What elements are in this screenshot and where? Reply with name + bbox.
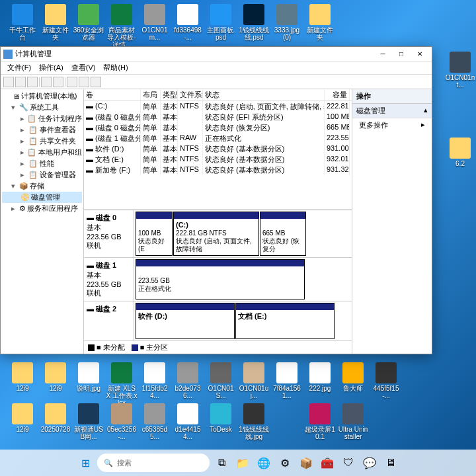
task-view-button[interactable]: ⧉ [212, 454, 231, 472]
navigation-tree: 🖥 计算机管理(本地) ▾🔧 系统工具 ▸📋 任务计划程序▸📋 事件查看器▸📋 … [1, 89, 84, 354]
volume-row[interactable]: ▬ (C:)简单基本NTFS状态良好 (启动, 页面文件, 故障转储, 基本数据… [84, 101, 352, 112]
desktop-icon[interactable]: 新建文件夹 [304, 4, 336, 41]
desktop-icon[interactable]: 1钱线线线线.psd [238, 4, 270, 41]
pinned-app-icon[interactable]: 💬 [360, 454, 379, 472]
desktop-icon[interactable]: 7f84a1561... [271, 362, 303, 399]
desktop-icon[interactable]: 05ec3256-... [106, 403, 138, 440]
computer-management-window: 计算机管理 ─ □ ✕ 文件(F) 操作(A) 查看(V) 帮助(H) 🖥 计算… [0, 46, 432, 354]
menu-file[interactable]: 文件(F) [3, 61, 35, 74]
desktop-icon[interactable]: 1f15fdb24... [139, 362, 171, 399]
volume-row[interactable]: ▬ 文档 (E:)简单基本NTFS状态良好 (基本数据分区)932.01 [84, 154, 352, 165]
desktop-icon[interactable]: Ultra Uninstaller [337, 403, 369, 440]
desktop-icon[interactable]: 360安全浏览器 [73, 4, 104, 41]
volume-row[interactable]: ▬ (磁盘 0 磁盘分区 1)简单基本状态良好 (EFI 系统分区)100 MB [84, 112, 352, 122]
desktop-icon[interactable]: 新建文件夹 [40, 4, 71, 41]
desktop-icon[interactable]: ToDesk [205, 403, 237, 433]
minimize-button[interactable]: ─ [374, 48, 392, 60]
tree-item[interactable]: ▸📋 设备管理器 [2, 169, 82, 180]
main-panel: 卷布局 类型文件系统 状态容量 ▬ (C:)简单基本NTFS状态良好 (启动, … [84, 89, 352, 354]
desktop-icon[interactable]: fd336498-... [172, 4, 204, 41]
menu-action[interactable]: 操作(A) [35, 61, 67, 74]
more-actions[interactable]: 更多操作▸ [352, 118, 432, 132]
help-button[interactable] [67, 77, 77, 87]
partition[interactable]: 665 MB状态良好 (恢复分 [260, 212, 306, 256]
partition[interactable]: 100 MB状态良好 (E [136, 212, 173, 256]
volume-row[interactable]: ▬ 新加卷 (F:)简单基本NTFS状态良好 (基本数据分区)931.32 [84, 165, 352, 175]
tree-item[interactable]: ▸📋 性能 [2, 158, 82, 169]
desktop-icon[interactable]: 6.2 [444, 138, 476, 167]
disk-info[interactable]: ▬ 磁盘 2 [84, 301, 134, 340]
menu-help[interactable]: 帮助(H) [99, 61, 132, 74]
properties-button[interactable] [53, 77, 63, 87]
taskbar: ⊞ 🔍 搜索 ⧉ 📁 🌐 ⚙ 📦 🧰 🛡 💬 🖥 [0, 450, 476, 476]
desktop-icon[interactable]: 20250728 [40, 403, 71, 433]
desktop-icon[interactable]: b2de0736... [172, 362, 204, 399]
disk-info[interactable]: ▬ 磁盘 1基本223.55 GB联机 [84, 258, 134, 301]
disk-row: ▬ 磁盘 1基本223.55 GB联机223.55 GB正在格式化 [84, 258, 352, 301]
start-button[interactable]: ⊞ [76, 454, 95, 472]
desktop-icon[interactable]: 商品素材导入模板-详情... [106, 4, 138, 48]
volume-header: 卷布局 类型文件系统 状态容量 [84, 89, 352, 101]
pinned-app-icon[interactable]: 🧰 [318, 454, 337, 472]
desktop-icon[interactable]: 鲁大师 [337, 362, 369, 392]
actions-panel: 操作 磁盘管理▴ 更多操作▸ [352, 89, 432, 354]
close-button[interactable]: ✕ [411, 48, 429, 60]
view-top-button[interactable] [79, 77, 89, 87]
disk-info[interactable]: ▬ 磁盘 0基本223.56 GB联机 [84, 210, 134, 257]
desktop-icon[interactable]: 新视通USB网... [73, 403, 104, 440]
partition[interactable]: 文档 (E:) [235, 303, 335, 339]
tree-storage[interactable]: ▾📦 存储 [2, 180, 82, 192]
desktop-icon[interactable]: 222.jpg [304, 362, 336, 392]
tree-item[interactable]: ▸📋 事件查看器 [2, 124, 82, 136]
volume-row[interactable]: ▬ 软件 (D:)简单基本NTFS状态良好 (基本数据分区)931.00 [84, 143, 352, 154]
settings-icon[interactable]: ⚙ [276, 454, 294, 472]
desktop-icon[interactable]: 超级录屏10.1 [304, 403, 336, 440]
desktop-icon[interactable]: O1CN01m... [139, 4, 171, 41]
desktop-icon[interactable]: d1e44154... [172, 403, 204, 440]
toolbar [1, 75, 432, 89]
volume-row[interactable]: ▬ (磁盘 0 磁盘分区 4)简单基本状态良好 (恢复分区)665 MB [84, 122, 352, 133]
back-button[interactable] [3, 77, 14, 87]
partition[interactable]: (C:)222.81 GB NTFS状态良好 (启动, 页面文件, 故障转储 [173, 212, 259, 256]
tree-item[interactable]: ▸📋 本地用户和组 [2, 147, 82, 158]
taskbar-search[interactable]: 🔍 搜索 [97, 454, 210, 472]
desktop-icon[interactable]: c65385d5... [139, 403, 171, 440]
desktop-icon[interactable]: 新建 XLSX 工作表.xlsx [106, 362, 138, 407]
tree-root[interactable]: 🖥 计算机管理(本地) [2, 91, 82, 102]
desktop-icon[interactable]: O1CN01nt... [444, 52, 476, 89]
disk-map: ▬ 磁盘 0基本223.56 GB联机100 MB状态良好 (E(C:)222.… [84, 210, 352, 341]
desktop-icon[interactable]: 千牛工作台 [7, 4, 38, 41]
maximize-button[interactable]: □ [392, 48, 411, 60]
desktop-icon[interactable]: 主图画板.psd [205, 4, 237, 41]
edge-icon[interactable]: 🌐 [255, 454, 273, 472]
tree-services[interactable]: ▸⚙ 服务和应用程序 [2, 203, 82, 214]
menubar: 文件(F) 操作(A) 查看(V) 帮助(H) [1, 61, 432, 75]
partition[interactable]: 软件 (D:) [136, 303, 235, 339]
pinned-app-icon[interactable]: 🛡 [339, 454, 358, 472]
desktop-icon[interactable]: 12i9 [7, 403, 38, 433]
desktop-icon[interactable]: O1CN01uj... [238, 362, 270, 399]
tree-disk-management[interactable]: 📀 磁盘管理 [2, 192, 82, 203]
tree-system-tools[interactable]: ▾🔧 系统工具 [2, 102, 82, 113]
desktop-icon[interactable]: 1钱线线线线.jpg [238, 403, 270, 440]
refresh-button[interactable] [41, 77, 52, 87]
tree-item[interactable]: ▸📋 共享文件夹 [2, 136, 82, 147]
pinned-app-icon[interactable]: 🖥 [381, 454, 400, 472]
partition[interactable]: 223.55 GB正在格式化 [136, 259, 305, 299]
desktop-icon[interactable]: 说明.jpg [73, 362, 104, 392]
up-button[interactable] [27, 77, 38, 87]
collapse-icon[interactable]: ▴ [424, 106, 428, 116]
desktop-icon[interactable]: 12i9 [40, 362, 71, 392]
menu-view[interactable]: 查看(V) [67, 61, 100, 74]
pinned-app-icon[interactable]: 📦 [297, 454, 315, 472]
volume-row[interactable]: ▬ (磁盘 1 磁盘分区 2)简单基本RAW正在格式化223.55 [84, 133, 352, 143]
view-bottom-button[interactable] [91, 77, 101, 87]
explorer-icon[interactable]: 📁 [233, 454, 252, 472]
desktop-icon[interactable]: 12i9 [7, 362, 38, 392]
titlebar[interactable]: 计算机管理 ─ □ ✕ [1, 47, 432, 61]
desktop-icon[interactable]: 3333.jpg (0) [271, 4, 303, 41]
forward-button[interactable] [15, 77, 26, 87]
tree-item[interactable]: ▸📋 任务计划程序 [2, 113, 82, 124]
desktop-icon[interactable]: 445f5f15-... [370, 362, 402, 399]
desktop-icon[interactable]: O1CN01S... [205, 362, 237, 399]
